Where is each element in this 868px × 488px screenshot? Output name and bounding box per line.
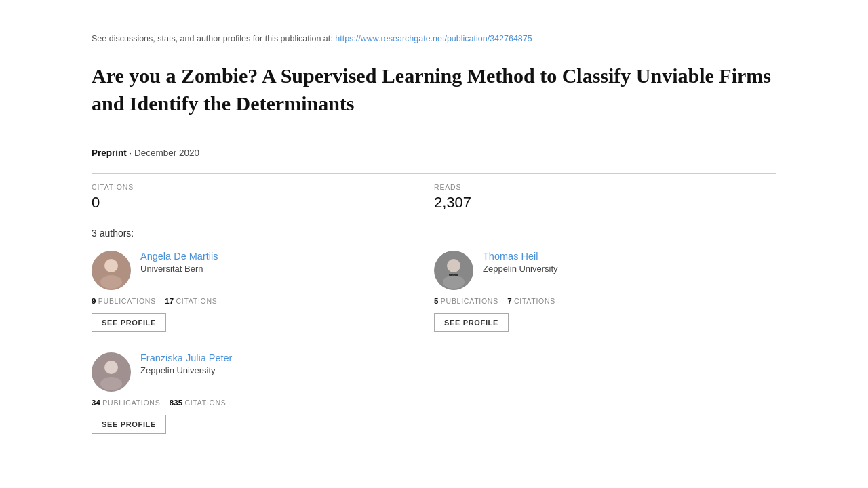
svg-rect-6 [449,274,453,276]
svg-point-2 [100,275,122,289]
author-name-1[interactable]: Angela De Martiis [140,251,218,262]
authors-header: 3 authors: [92,228,776,239]
see-profile-button-3[interactable]: SEE PROFILE [92,415,166,434]
authors-grid: Angela De Martiis Universität Bern 9 PUB… [92,251,776,454]
author-cit-count-2: 7 [507,297,512,305]
svg-point-4 [447,259,460,272]
author-top-1: Angela De Martiis Universität Bern [92,251,434,290]
author-name-2[interactable]: Thomas Heil [483,251,558,262]
author-top-3: Franziska Julia Peter Zeppelin Universit… [92,352,434,392]
svg-point-10 [104,361,118,374]
title-divider [92,138,776,138]
reads-value: 2,307 [434,194,776,211]
avatar-2 [434,251,473,290]
page-title: Are you a Zombie? A Supervised Learning … [92,62,776,117]
see-profile-button-2[interactable]: SEE PROFILE [434,313,509,332]
author-pub-label-1: PUBLICATIONS [98,297,156,305]
author-name-3[interactable]: Franziska Julia Peter [140,352,232,363]
notice-text: See discussions, stats, and author profi… [92,34,333,43]
author-pub-label-2: PUBLICATIONS [441,297,498,305]
avatar-svg-1 [92,251,131,290]
stats-container: CITATIONS 0 READS 2,307 [92,173,776,211]
author-cit-label-1: CITATIONS [176,297,217,305]
citations-stat: CITATIONS 0 [92,183,434,211]
author-affiliation-1: Universität Bern [140,264,218,274]
author-affiliation-2: Zeppelin University [483,264,558,274]
author-top-2: Thomas Heil Zeppelin University [434,251,776,290]
publication-meta: Preprint · December 2020 [92,148,776,158]
author-info-1: Angela De Martiis Universität Bern [140,251,218,274]
author-stats-2: 5 PUBLICATIONS 7 CITATIONS [434,297,776,305]
avatar-3 [92,352,131,392]
svg-point-5 [443,275,465,289]
citations-label: CITATIONS [92,183,434,191]
author-pub-count-2: 5 [434,297,439,305]
author-info-3: Franziska Julia Peter Zeppelin Universit… [140,352,232,375]
author-info-2: Thomas Heil Zeppelin University [483,251,558,274]
svg-rect-7 [454,274,458,276]
author-pub-label-3: PUBLICATIONS [102,399,160,407]
author-card-3: Franziska Julia Peter Zeppelin Universit… [92,352,434,454]
see-profile-button-1[interactable]: SEE PROFILE [92,313,166,332]
meta-separator: · [130,148,135,158]
svg-point-1 [104,259,118,272]
author-cit-label-2: CITATIONS [514,297,555,305]
reads-stat: READS 2,307 [434,183,776,211]
page-container: See discussions, stats, and author profi… [34,0,834,488]
author-affiliation-3: Zeppelin University [140,365,232,375]
author-pub-count-1: 9 [92,297,96,305]
publication-type: Preprint [92,148,127,158]
svg-point-11 [100,377,122,390]
author-stats-1: 9 PUBLICATIONS 17 CITATIONS [92,297,434,305]
author-cit-count-1: 17 [165,297,174,305]
author-card-1: Angela De Martiis Universität Bern 9 PUB… [92,251,434,352]
author-cit-count-3: 835 [170,399,183,407]
reads-label: READS [434,183,776,191]
top-notice: See discussions, stats, and author profi… [92,34,776,43]
publication-date: December 2020 [134,148,199,158]
avatar-1 [92,251,131,290]
author-cit-label-3: CITATIONS [185,399,226,407]
notice-link[interactable]: https://www.researchgate.net/publication… [335,34,532,43]
author-pub-count-3: 34 [92,399,100,407]
avatar-svg-3 [92,352,131,392]
author-stats-3: 34 PUBLICATIONS 835 CITATIONS [92,399,434,407]
avatar-svg-2 [434,251,473,290]
citations-value: 0 [92,194,434,211]
author-card-2: Thomas Heil Zeppelin University 5 PUBLIC… [434,251,776,352]
